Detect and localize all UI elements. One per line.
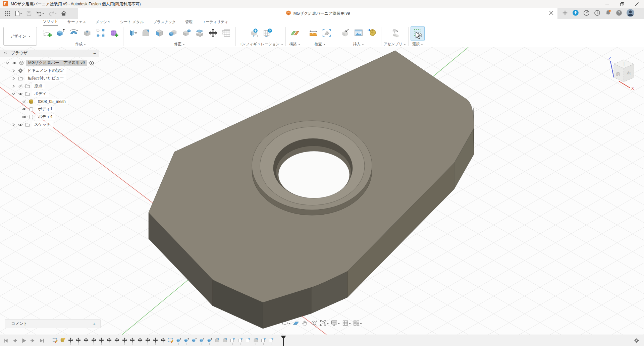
timeline-item-move[interactable] [137, 337, 143, 345]
timeline-item-move[interactable] [75, 337, 81, 345]
step-forward-button[interactable] [30, 338, 36, 344]
extrude-button[interactable] [54, 26, 67, 41]
browser-item-label[interactable]: ボディ [32, 91, 49, 97]
expander-right-icon[interactable] [11, 68, 16, 73]
change-parameters-button[interactable] [220, 26, 233, 41]
hole-button[interactable] [80, 26, 94, 41]
ribbon-group-label-コンフィギュレーション[interactable]: コンフィギュレーション [238, 42, 283, 47]
section-analysis-button[interactable] [320, 26, 333, 41]
grid-display-button[interactable] [341, 319, 352, 329]
browser-item-label[interactable]: MGザク足裏バーニア塗装用 v9 [26, 60, 87, 66]
browser-row[interactable]: ボディ4 [0, 113, 99, 121]
timeline-item-offset-face[interactable] [237, 337, 243, 345]
timeline-item-sketch[interactable] [52, 337, 58, 345]
orbit-button[interactable] [280, 319, 291, 329]
look-at-button[interactable] [291, 319, 301, 329]
browser-item-label[interactable]: 原点 [32, 83, 45, 89]
performance-gauge-icon[interactable] [583, 10, 590, 17]
timeline-item-extrude[interactable] [191, 337, 197, 345]
ribbon-group-label-検査[interactable]: 検査 [315, 42, 325, 47]
timeline-item-sketch[interactable] [168, 337, 174, 345]
ribbon-tab-管理[interactable]: 管理 [185, 19, 193, 25]
timeline-item-move[interactable] [106, 337, 112, 345]
ribbon-group-label-作成[interactable]: 作成 [75, 42, 86, 47]
configure-button[interactable] [247, 26, 261, 41]
app-grid-icon[interactable] [3, 11, 12, 16]
ribbon-tab-サーフェス[interactable]: サーフェス [67, 19, 86, 25]
close-button[interactable] [629, 0, 644, 8]
display-settings-button[interactable] [330, 319, 341, 329]
restore-button[interactable] [614, 0, 629, 8]
timeline-item-move[interactable] [68, 337, 73, 345]
expander-right-icon[interactable] [11, 122, 16, 127]
zoom-button[interactable] [310, 319, 319, 329]
ribbon-tab-シート メタル[interactable]: シート メタル [120, 19, 144, 25]
timeline-item-move[interactable] [145, 337, 151, 345]
measure-button[interactable] [307, 26, 320, 41]
step-back-button[interactable] [12, 338, 18, 344]
expander-down-icon[interactable] [5, 60, 10, 66]
browser-row[interactable]: 原点 [0, 82, 99, 90]
thicken-button[interactable] [193, 26, 206, 41]
ribbon-group-label-アセンブリ[interactable]: アセンブリ [384, 42, 406, 47]
timeline-item-mesh-insert[interactable] [60, 337, 66, 345]
timeline-item-extrude[interactable] [207, 337, 212, 345]
ribbon-tab-ユーティリティ[interactable]: ユーティリティ [202, 19, 228, 25]
file-menu-button[interactable] [13, 10, 23, 16]
create-form-button[interactable] [107, 26, 121, 41]
timeline-item-fillet[interactable] [222, 337, 228, 345]
browser-item-label[interactable]: 名前の付いたビュー [25, 75, 66, 81]
browser-item-label[interactable]: ボディ1 [36, 106, 55, 112]
ribbon-group-label-選択[interactable]: 選択 [412, 42, 423, 47]
timeline-item-move[interactable] [122, 337, 127, 345]
play-button[interactable] [21, 338, 27, 344]
fit-button[interactable] [319, 319, 330, 329]
add-comment-button[interactable]: + [93, 321, 100, 327]
browser-item-label[interactable]: スケッチ [32, 121, 53, 128]
move-copy-button[interactable] [206, 26, 220, 41]
visibility-on-icon[interactable] [18, 91, 23, 97]
close-document-tab-icon[interactable] [549, 11, 553, 16]
revolve-button[interactable] [67, 26, 80, 41]
timeline-playhead[interactable] [280, 335, 286, 346]
go-to-end-button[interactable] [39, 338, 45, 344]
timeline-settings-gear-icon[interactable] [634, 338, 639, 345]
construction-plane-button[interactable] [288, 26, 302, 41]
timeline-item-offset-face[interactable] [268, 337, 274, 345]
offset-face-button[interactable] [179, 26, 193, 41]
history-clock-icon[interactable] [594, 10, 600, 17]
ribbon-tab-ソリッド[interactable]: ソリッド [43, 19, 58, 25]
timeline-item-offset-face[interactable] [230, 337, 235, 345]
ribbon-tab-メッシュ[interactable]: メッシュ [96, 19, 111, 25]
help-icon[interactable]: ? [616, 10, 622, 17]
visibility-off-icon[interactable] [18, 83, 23, 89]
undo-button[interactable] [35, 11, 46, 16]
browser-item-label[interactable]: ボディ4 [36, 114, 55, 120]
press-pull-button[interactable] [126, 26, 139, 41]
timeline-item-move[interactable] [83, 337, 89, 345]
insert-mesh-button[interactable] [365, 26, 379, 41]
timeline-item-fillet[interactable] [253, 337, 259, 345]
activate-component-icon[interactable] [89, 60, 94, 66]
timeline-item-move[interactable] [99, 337, 104, 345]
user-avatar[interactable] [627, 9, 634, 18]
comment-bar[interactable]: コメント + [5, 319, 101, 328]
go-to-start-button[interactable] [3, 338, 9, 344]
expander-right-icon[interactable] [11, 83, 16, 89]
ribbon-tab-プラスチック[interactable]: プラスチック [153, 19, 176, 25]
new-tab-icon[interactable] [562, 10, 568, 17]
visibility-on-icon[interactable] [12, 60, 17, 66]
timeline-item-offset-face[interactable] [261, 337, 266, 345]
timeline-item-move[interactable] [129, 337, 135, 345]
visibility-off-icon[interactable] [21, 99, 27, 104]
job-status-icon[interactable] [572, 9, 579, 17]
timeline-item-move[interactable] [114, 337, 120, 345]
notifications-bell-icon[interactable] [605, 9, 611, 17]
viewports-button[interactable] [352, 319, 363, 329]
fillet-button[interactable] [139, 26, 153, 41]
expander-down-icon[interactable] [11, 91, 16, 97]
browser-row[interactable]: ボディ1 [0, 105, 99, 113]
pan-button[interactable] [301, 319, 310, 329]
browser-item-label[interactable]: ドキュメントの設定 [25, 67, 66, 74]
minimize-button[interactable] [600, 0, 614, 8]
